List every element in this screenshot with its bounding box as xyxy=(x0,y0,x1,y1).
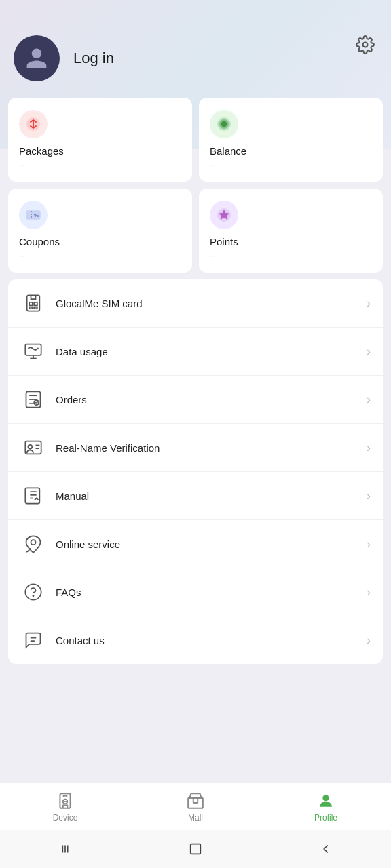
data-usage-label: Data usage xyxy=(56,346,367,357)
svg-rect-53 xyxy=(191,844,201,854)
chevron-icon-0: › xyxy=(367,296,371,311)
menu-item-data-usage[interactable]: Data usage › xyxy=(8,328,383,376)
manual-label: Manual xyxy=(56,490,367,502)
main-content: Log in Packages -- Balance xyxy=(0,24,391,793)
points-value: -- xyxy=(210,250,372,260)
home-button[interactable] xyxy=(179,837,212,861)
coupons-value: -- xyxy=(19,250,181,260)
real-name-icon xyxy=(20,435,46,460)
packages-value: -- xyxy=(19,159,181,170)
menu-item-sim-card[interactable]: GlocalMe SIM card › xyxy=(8,279,383,328)
chevron-icon-2: › xyxy=(367,393,371,407)
coupons-title: Coupons xyxy=(19,236,181,248)
avatar xyxy=(14,35,60,81)
login-label: Log in xyxy=(73,50,114,67)
back-icon xyxy=(318,842,333,856)
system-nav xyxy=(0,830,391,868)
device-nav-label: Device xyxy=(53,813,78,823)
data-usage-icon xyxy=(20,338,46,364)
balance-card[interactable]: Balance -- xyxy=(199,98,383,182)
back-button[interactable] xyxy=(309,837,343,861)
recent-apps-icon xyxy=(58,842,73,856)
sim-card-icon xyxy=(20,290,46,316)
faqs-label: FAQs xyxy=(56,587,367,598)
profile-header[interactable]: Log in xyxy=(0,24,391,98)
menu-item-faqs[interactable]: FAQs › xyxy=(8,568,383,616)
svg-point-41 xyxy=(25,584,41,599)
contact-us-icon xyxy=(20,627,46,653)
recent-apps-button[interactable] xyxy=(48,837,82,861)
nav-device[interactable]: Device xyxy=(0,783,130,830)
profile-nav-icon xyxy=(316,791,335,810)
balance-icon xyxy=(210,110,238,138)
svg-point-40 xyxy=(31,540,36,545)
bottom-nav: Device Mall Profile xyxy=(0,783,391,830)
cards-grid: Packages -- Balance -- % xyxy=(0,98,391,273)
device-nav-icon xyxy=(56,791,75,810)
chevron-icon-5: › xyxy=(367,537,371,551)
menu-item-manual[interactable]: Manual › xyxy=(8,472,383,520)
balance-title: Balance xyxy=(210,145,372,157)
orders-icon xyxy=(20,387,46,412)
sim-card-label: GlocalMe SIM card xyxy=(56,298,367,309)
packages-icon xyxy=(19,110,48,138)
svg-point-49 xyxy=(323,795,329,801)
points-icon xyxy=(210,201,238,229)
home-icon xyxy=(188,842,203,856)
svg-rect-21 xyxy=(29,302,33,306)
chevron-icon-4: › xyxy=(367,489,371,503)
packages-card[interactable]: Packages -- xyxy=(8,98,192,182)
packages-title: Packages xyxy=(19,145,181,157)
svg-rect-23 xyxy=(29,307,33,309)
svg-rect-24 xyxy=(34,307,37,309)
nav-mall[interactable]: Mall xyxy=(130,783,261,830)
chevron-icon-3: › xyxy=(367,441,371,455)
points-card[interactable]: Points -- xyxy=(199,189,383,273)
points-title: Points xyxy=(210,236,372,248)
user-icon xyxy=(24,46,49,71)
nav-profile[interactable]: Profile xyxy=(261,783,391,830)
svg-point-34 xyxy=(28,445,32,449)
coupons-card[interactable]: % Coupons -- xyxy=(8,189,192,273)
svg-rect-22 xyxy=(34,302,37,306)
faqs-icon xyxy=(20,579,46,605)
svg-text:%: % xyxy=(34,212,39,218)
online-service-label: Online service xyxy=(56,538,367,550)
chevron-icon-7: › xyxy=(367,633,371,648)
chevron-icon-1: › xyxy=(367,344,371,359)
online-service-icon xyxy=(20,531,46,557)
mall-nav-icon xyxy=(186,791,205,810)
mall-nav-label: Mall xyxy=(188,813,203,823)
orders-label: Orders xyxy=(56,394,367,406)
real-name-label: Real-Name Verification xyxy=(56,442,367,454)
menu-list: GlocalMe SIM card › Data usage › xyxy=(8,279,383,664)
menu-item-real-name[interactable]: Real-Name Verification › xyxy=(8,424,383,472)
manual-icon xyxy=(20,483,46,509)
contact-us-label: Contact us xyxy=(56,635,367,646)
menu-item-contact-us[interactable]: Contact us › xyxy=(8,616,383,664)
profile-nav-label: Profile xyxy=(314,813,337,823)
menu-item-orders[interactable]: Orders › xyxy=(8,376,383,424)
coupons-icon: % xyxy=(19,201,48,229)
svg-point-14 xyxy=(221,121,227,127)
menu-item-online-service[interactable]: Online service › xyxy=(8,520,383,568)
balance-value: -- xyxy=(210,159,372,170)
chevron-icon-6: › xyxy=(367,585,371,599)
